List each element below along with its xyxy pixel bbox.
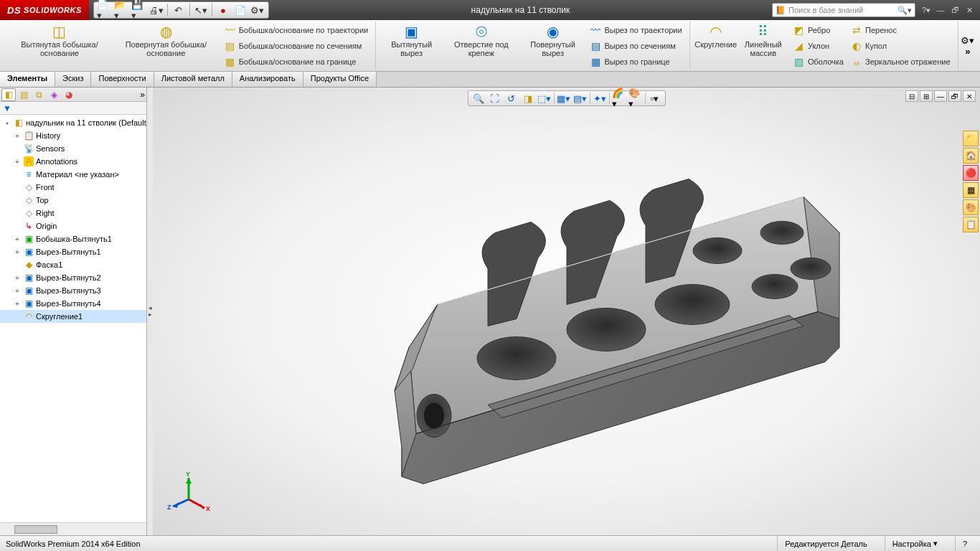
tree-item[interactable]: + 📋 History — [0, 129, 146, 142]
splitter[interactable]: ◂ ▸ — [147, 88, 153, 535]
tree-item[interactable]: ◆ Фаска1 — [0, 258, 146, 271]
expand-icon[interactable]: ▪ — [3, 119, 11, 127]
splitter-expand-icon[interactable]: ▸ — [149, 311, 152, 318]
search-knowledge-base[interactable]: 📙 Поиск в базе знаний 🔍▾ — [772, 3, 915, 17]
view-orientation-icon[interactable]: ⬚▾ — [537, 92, 552, 105]
view-settings-icon[interactable]: 🎨▾ — [628, 92, 643, 105]
feature-manager-tab-icon[interactable]: ◧ — [1, 88, 16, 101]
doc-minimize-button[interactable]: — — [934, 90, 947, 102]
expand-icon[interactable]: + — [13, 235, 22, 243]
expand-icon[interactable]: + — [13, 132, 22, 140]
mirror-button[interactable]: ⏛Зеркальное отражение — [848, 55, 953, 69]
edit-appearance-icon[interactable]: ✦▾ — [593, 92, 607, 105]
options-button[interactable]: 📄 — [232, 3, 248, 17]
boundary-cut-button[interactable]: ▦Вырез по границе — [587, 55, 684, 69]
section-view-icon[interactable]: ◨ — [521, 92, 535, 105]
custom-props-tab-icon[interactable]: 📋 — [963, 217, 979, 232]
draft-button[interactable]: ◢Уклон — [791, 39, 847, 53]
expand-icon[interactable]: + — [13, 158, 22, 166]
doc-restore-button[interactable]: 🗗 — [948, 90, 961, 102]
tab-analyze[interactable]: Анализировать — [232, 72, 303, 87]
rebuild-button[interactable]: ● — [215, 3, 231, 17]
swept-cut-button[interactable]: 〰Вырез по траектории — [587, 23, 684, 37]
tree-item[interactable]: ◇ Front — [0, 181, 146, 194]
scrollbar-thumb[interactable] — [14, 525, 57, 534]
panel-scrollbar[interactable] — [0, 522, 146, 535]
ribbon-expand-icon[interactable]: » — [965, 46, 970, 57]
doc-close-button[interactable]: ✕ — [963, 90, 976, 102]
configuration-manager-tab-icon[interactable]: ⧉ — [32, 88, 46, 101]
tab-office[interactable]: Продукты Office — [303, 72, 377, 87]
swept-boss-button[interactable]: 〰Бобышка/основание по траектории — [222, 23, 372, 37]
linear-pattern-button[interactable]: ⠿Линейный массив — [738, 23, 789, 60]
minimize-button[interactable]: — — [934, 4, 947, 16]
tree-item[interactable]: + ▣ Бобышка-Вытянуть1 — [0, 232, 146, 245]
open-file-button[interactable]: 📂▾ — [114, 3, 130, 17]
orientation-triad[interactable]: X Y Z — [167, 471, 210, 514]
filter-bar[interactable]: ▼ — [0, 102, 146, 115]
tree-item[interactable]: ◇ Top — [0, 194, 146, 207]
new-file-button[interactable]: 📄▾ — [97, 3, 113, 17]
extruded-boss-button[interactable]: ◫ Вытянутая бобышка/основание — [7, 23, 112, 60]
tree-item[interactable]: 📡 Sensors — [0, 142, 146, 155]
settings-button[interactable]: ⚙▾ — [250, 3, 265, 17]
fillet-button[interactable]: ◠Скругление — [694, 23, 738, 51]
maximize-button[interactable]: 🗗 — [948, 4, 961, 16]
status-help-icon[interactable]: ? — [955, 536, 974, 551]
tree-item[interactable]: + ▣ Вырез-Вытянуть4 — [0, 297, 146, 310]
search-icon[interactable]: 🔍▾ — [897, 6, 912, 15]
graphics-viewport[interactable]: 🔍 ⛶ ↺ ◨ ⬚▾ ▦▾ ▤▾ ✦▾ 🌈▾ 🎨▾ ▫▾ ⊟ ⊞ — 🗗 ✕ 📁… — [153, 88, 980, 535]
undo-button[interactable]: ↶ — [171, 3, 187, 17]
tree-item[interactable]: ◠ Скругление1 — [0, 310, 146, 323]
apply-scene-icon[interactable]: 🌈▾ — [612, 92, 626, 105]
doc-expand-icon[interactable]: ⊞ — [920, 90, 933, 102]
tab-sheetmetal[interactable]: Листовой металл — [154, 72, 232, 87]
dome-button[interactable]: ◐Купол — [848, 39, 953, 53]
tab-features[interactable]: Элементы — [0, 72, 55, 87]
shell-button[interactable]: ▧Оболочка — [791, 55, 847, 69]
hole-wizard-button[interactable]: ⦾Отверстие под крепеж — [443, 23, 520, 60]
lofted-cut-button[interactable]: ▤Вырез по сечениям — [587, 39, 684, 53]
tree-item[interactable]: + A Annotations — [0, 155, 146, 168]
appearances-tab-icon[interactable]: 🎨 — [963, 199, 979, 215]
lofted-boss-button[interactable]: ▤Бобышка/основание по сечениям — [222, 39, 372, 53]
display-manager-tab-icon[interactable]: ◕ — [62, 88, 76, 101]
help-button[interactable]: ?▾ — [920, 4, 933, 16]
expand-icon[interactable]: + — [13, 248, 22, 256]
tree-item[interactable]: ↳ Origin — [0, 220, 146, 232]
extruded-cut-button[interactable]: ▣Вытянутый вырез — [380, 23, 443, 60]
zoom-area-icon[interactable]: ⛶ — [488, 92, 502, 105]
ribbon-customize-icon[interactable]: ⚙▾ — [961, 35, 974, 46]
panel-expand-icon[interactable]: » — [140, 90, 145, 100]
tab-sketch[interactable]: Эскиз — [55, 72, 91, 87]
wrap-button[interactable]: ⇄Перенос — [848, 23, 953, 37]
property-manager-tab-icon[interactable]: ▤ — [17, 88, 31, 101]
expand-icon[interactable]: + — [13, 300, 22, 308]
tree-item[interactable]: + ▣ Вырез-Вытянуть1 — [0, 245, 146, 258]
rib-button[interactable]: ◩Ребро — [791, 23, 847, 37]
resources-tab-icon[interactable]: 📁 — [963, 131, 979, 146]
zoom-fit-icon[interactable]: 🔍 — [471, 92, 486, 105]
file-explorer-tab-icon[interactable]: 🔴 — [963, 165, 979, 181]
expand-icon[interactable]: + — [13, 287, 22, 295]
expand-icon[interactable]: + — [13, 274, 22, 282]
tab-surfaces[interactable]: Поверхности — [91, 72, 154, 87]
design-library-tab-icon[interactable]: 🏠 — [963, 148, 979, 164]
close-button[interactable]: ✕ — [963, 4, 976, 16]
display-style-icon[interactable]: ▦▾ — [557, 92, 571, 105]
revolved-cut-button[interactable]: ◉Повернутый вырез — [520, 23, 586, 60]
tree-item[interactable]: ◇ Right — [0, 207, 146, 220]
tree-item[interactable]: + ▣ Вырез-Вытянуть3 — [0, 284, 146, 297]
tree-item[interactable]: + ▣ Вырез-Вытянуть2 — [0, 271, 146, 284]
dimxpert-tab-icon[interactable]: ◈ — [47, 88, 61, 101]
tree-item[interactable]: ≡ Материал <не указан> — [0, 168, 146, 181]
save-button[interactable]: 💾▾ — [131, 3, 147, 17]
status-customize[interactable]: Настройка ▾ — [885, 536, 945, 551]
print-button[interactable]: 🖨▾ — [149, 3, 164, 17]
select-button[interactable]: ↖▾ — [193, 3, 209, 17]
revolved-boss-button[interactable]: ◍ Повернутая бобышка/основание — [112, 23, 220, 60]
tree-root[interactable]: ▪ ◧ надульник на 11 стволик (Default — [0, 116, 146, 129]
view-palette-tab-icon[interactable]: ▦ — [963, 182, 979, 198]
doc-collapse-icon[interactable]: ⊟ — [905, 90, 918, 102]
view-cube-icon[interactable]: ▫▾ — [648, 92, 662, 105]
